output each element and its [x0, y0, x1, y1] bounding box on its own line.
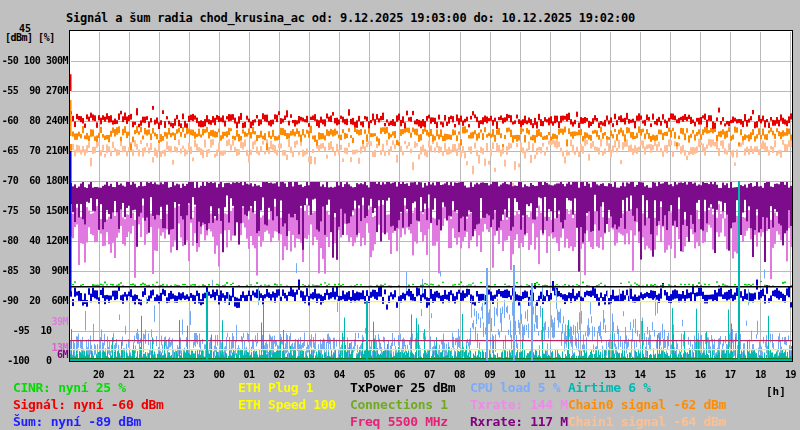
y-axis-label: -65 70 210M [2, 145, 68, 157]
y-axis-label: -80 40 120M [2, 235, 68, 247]
legend-freq: Freq 5500 MHz [350, 414, 448, 429]
legend-airtime: Airtime 6 % [568, 380, 651, 395]
x-axis-tick-label: 22 [147, 369, 171, 381]
chart-canvas [0, 0, 800, 430]
x-axis-unit: [h] [766, 385, 786, 398]
legend-eth-plug: ETH Plug 1 [238, 380, 313, 395]
y-axis-label: -70 60 180M [2, 175, 68, 187]
x-axis-tick-label: 23 [177, 369, 201, 381]
y-axis-label: -60 80 240M [2, 115, 68, 127]
legend-chain1: Chain1 signal -64 dBm [568, 414, 726, 429]
legend-rxrate: Rxrate: 117 M [470, 414, 568, 429]
x-axis-tick-label: 15 [658, 369, 682, 381]
y-axis-label: -50 100 300M [2, 55, 68, 67]
y-axis-extra-label: 6M [57, 349, 68, 361]
legend-txrate: Txrate: 144 M [470, 397, 568, 412]
signal-noise-rrd-graph: Signál a šum radia chod_krusina_ac od: 9… [0, 0, 800, 430]
y-axis-label: -75 50 150M [2, 205, 68, 217]
y-axis-label: -90 20 60M [2, 295, 68, 307]
x-axis-tick-label: 00 [207, 369, 231, 381]
legend-cpu-load: CPU load 5 % [470, 380, 560, 395]
legend-cinr: CINR: nyní 25 % [13, 380, 126, 395]
x-axis-tick-label: 16 [688, 369, 712, 381]
legend-noise: Šum: nyní -89 dBm [13, 414, 141, 429]
legend-eth-speed: ETH Speed 100 [238, 397, 336, 412]
legend-connections: Connections 1 [350, 397, 448, 412]
legend-txpower: TxPower 25 dBm [350, 380, 455, 395]
x-axis-tick-label: 04 [327, 369, 351, 381]
x-axis-tick-label: 19 [778, 369, 800, 381]
legend-chain0: Chain0 signal -62 dBm [568, 397, 726, 412]
y-axis-extra-label: 39M [51, 316, 68, 328]
legend-signal: Signál: nyní -60 dBm [13, 397, 164, 412]
y-axis-label: -85 30 90M [2, 265, 68, 277]
y-axis-label: -55 90 270M [2, 85, 68, 97]
x-axis-tick-label: 18 [748, 369, 772, 381]
x-axis-tick-label: 17 [718, 369, 742, 381]
